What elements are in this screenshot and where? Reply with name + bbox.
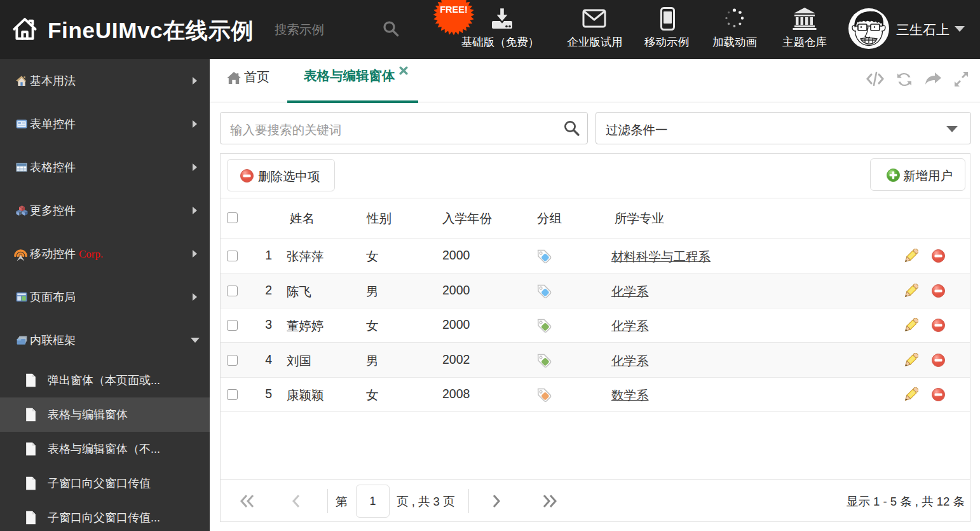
svg-text:FREE!: FREE!: [440, 4, 468, 15]
